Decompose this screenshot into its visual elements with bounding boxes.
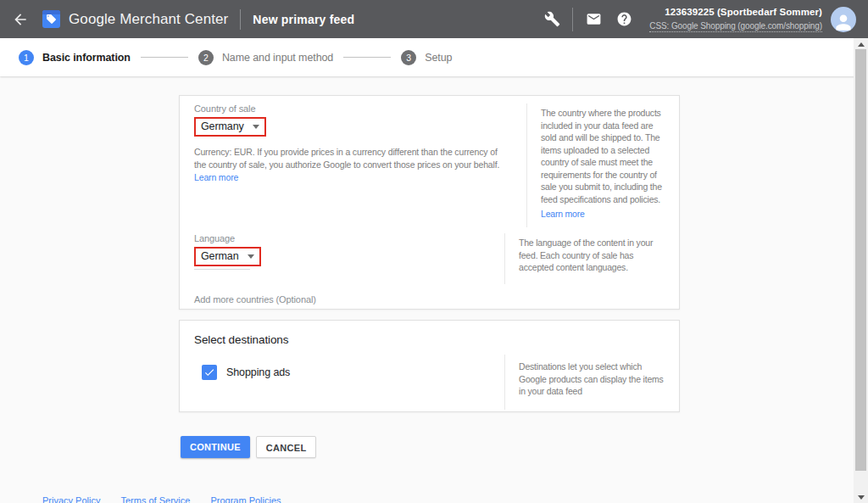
country-help-panel: The country where the products included … [526, 103, 679, 227]
wizard-stepper: 1 Basic information 2 Name and input met… [0, 38, 868, 76]
language-dropdown[interactable]: German [194, 247, 261, 266]
step-basic-information: 1 Basic information [19, 50, 131, 65]
step-2-circle: 2 [198, 50, 214, 65]
language-row: Language German The language of the cont… [180, 233, 679, 284]
scrollbar-thumb[interactable] [855, 49, 866, 471]
cancel-button[interactable]: CANCEL [256, 436, 317, 458]
step-3-label: Setup [425, 52, 452, 64]
account-info[interactable]: 123639225 (Sportbedarf Sommer) CSS: Goog… [649, 7, 822, 32]
back-arrow-icon[interactable] [3, 0, 37, 38]
country-learn-more-link[interactable]: Learn more [541, 209, 585, 219]
mail-envelope-icon[interactable] [578, 0, 609, 38]
destinations-help-panel: Destinations let you select which Google… [504, 355, 679, 410]
page-title: New primary feed [253, 13, 354, 26]
privacy-policy-link[interactable]: Privacy Policy [42, 495, 100, 503]
vertical-scrollbar[interactable] [854, 38, 868, 503]
merchant-center-logo-icon[interactable] [42, 10, 60, 28]
country-of-sale-row: Country of sale Germany Currency: EUR. I… [180, 103, 679, 227]
destinations-help-text: Destinations let you select which Google… [519, 360, 665, 398]
country-of-sale-value: Germany [201, 120, 244, 132]
step-2-label: Name and input method [222, 52, 333, 64]
shopping-ads-checkbox[interactable] [202, 365, 217, 380]
scroll-down-arrow-icon[interactable] [858, 495, 865, 500]
currency-note: Currency: EUR. If you provide prices in … [194, 146, 506, 184]
language-value: German [201, 250, 239, 262]
currency-learn-more-link[interactable]: Learn more [194, 172, 238, 182]
chevron-down-icon [253, 125, 259, 129]
action-buttons: CONTINUE CANCEL [181, 436, 316, 458]
header-icon-divider [572, 8, 573, 31]
scroll-up-arrow-icon[interactable] [858, 42, 865, 47]
destinations-row: Shopping ads Destinations let you select… [180, 355, 679, 410]
tools-wrench-icon[interactable] [537, 0, 567, 38]
step-setup: 3 Setup [401, 50, 452, 65]
shopping-ads-label[interactable]: Shopping ads [226, 366, 290, 378]
header-divider [240, 9, 241, 30]
program-policies-link[interactable]: Program Policies [210, 495, 281, 503]
terms-of-service-link[interactable]: Terms of Service [120, 495, 190, 503]
select-destinations-title: Select destinations [194, 333, 679, 346]
step-1-circle: 1 [19, 50, 34, 65]
step-connector [343, 57, 391, 58]
chevron-down-icon [248, 254, 254, 259]
basic-information-card: Country of sale Germany Currency: EUR. I… [179, 95, 680, 310]
language-underline [194, 269, 250, 270]
add-more-countries-label: Add more countries (Optional) [194, 294, 679, 305]
avatar[interactable] [831, 7, 856, 32]
country-help-text: The country where the products included … [541, 107, 665, 205]
language-label: Language [194, 233, 484, 243]
continue-button[interactable]: CONTINUE [181, 436, 250, 458]
step-connector [141, 57, 188, 58]
language-help-text: The language of the content in your feed… [519, 237, 665, 274]
footer-links: Privacy Policy Terms of Service Program … [42, 495, 281, 503]
select-destinations-card: Select destinations Shopping ads Destina… [179, 320, 680, 412]
country-of-sale-dropdown[interactable]: Germany [194, 117, 266, 137]
app-title: Google Merchant Center [69, 11, 228, 28]
step-name-and-input-method: 2 Name and input method [198, 50, 333, 65]
help-question-icon[interactable] [609, 0, 639, 38]
account-id: 123639225 (Sportbedarf Sommer) [649, 7, 822, 17]
account-css-link[interactable]: CSS: Google Shopping (google.com/shoppin… [649, 21, 822, 32]
country-of-sale-label: Country of sale [194, 103, 506, 114]
app-header: Google Merchant Center New primary feed … [0, 0, 868, 38]
step-1-label: Basic information [42, 52, 131, 64]
language-help-panel: The language of the content in your feed… [504, 233, 679, 284]
step-3-circle: 3 [401, 50, 416, 65]
